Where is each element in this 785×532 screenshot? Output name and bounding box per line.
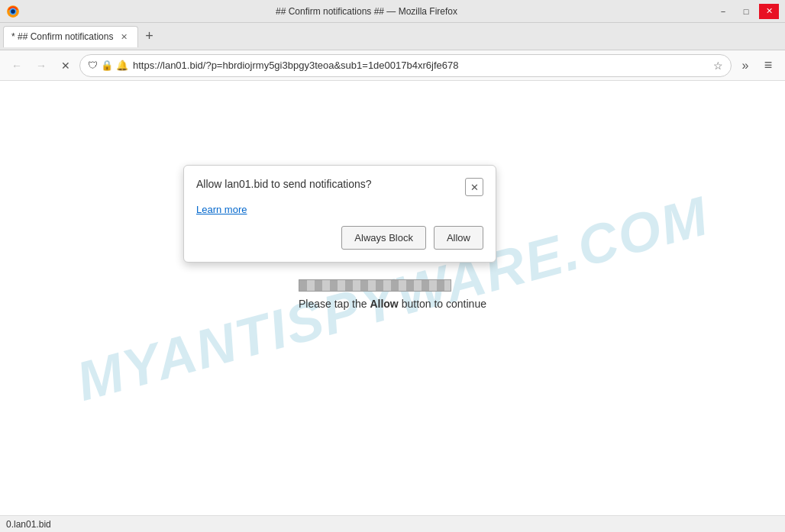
notification-permissions-icon: 🔔: [116, 60, 128, 71]
statusbar: 0.lan01.bid: [0, 515, 785, 532]
forward-button[interactable]: →: [31, 55, 52, 76]
extensions-button[interactable]: »: [735, 55, 756, 76]
menu-button[interactable]: ≡: [758, 55, 779, 76]
notification-popup: Allow lan01.bid to send notifications? ✕…: [183, 165, 496, 263]
navbar: ← → ✕ 🛡 🔒 🔔 https://lan01.bid/?p=hbrdioj…: [0, 50, 785, 81]
back-button[interactable]: ←: [6, 55, 27, 76]
svg-point-2: [11, 9, 15, 14]
address-bar[interactable]: 🛡 🔒 🔔 https://lan01.bid/?p=hbrdiojrmy5gi…: [79, 54, 732, 77]
titlebar: ## Confirm notifications ## — Mozilla Fi…: [0, 0, 785, 23]
page-content: MYANTISPYWARE.COM Please tap the Allow b…: [0, 81, 785, 515]
new-tab-button[interactable]: +: [138, 26, 160, 47]
tab-label: * ## Confirm notifications: [11, 31, 113, 42]
titlebar-title: ## Confirm notifications ## — Mozilla Fi…: [20, 6, 713, 17]
allow-button[interactable]: Allow: [434, 226, 483, 250]
always-block-button[interactable]: Always Block: [341, 226, 426, 250]
tabbar: * ## Confirm notifications ✕ +: [0, 23, 785, 50]
progress-text: Please tap the Allow button to continue: [299, 298, 486, 310]
shield-icon: 🛡: [88, 60, 98, 71]
url-text: https://lan01.bid/?p=hbrdiojrmy5gi3bpgy3…: [133, 60, 709, 71]
popup-buttons: Always Block Allow: [196, 226, 483, 250]
progress-bar-fill: [299, 280, 451, 291]
maximize-button[interactable]: □: [736, 4, 756, 19]
progress-text-bold: Allow: [370, 298, 398, 310]
bookmark-icon[interactable]: ☆: [713, 60, 723, 72]
progress-text-suffix: button to continue: [399, 298, 486, 310]
minimize-button[interactable]: −: [713, 4, 733, 19]
progress-area: Please tap the Allow button to continue: [299, 279, 486, 310]
lock-icon: 🔒: [101, 60, 113, 71]
progress-text-prefix: Please tap the: [299, 298, 370, 310]
popup-header: Allow lan01.bid to send notifications? ✕: [196, 178, 483, 196]
active-tab[interactable]: * ## Confirm notifications ✕: [3, 26, 138, 47]
tab-close-button[interactable]: ✕: [118, 31, 130, 43]
statusbar-text: 0.lan01.bid: [6, 519, 51, 530]
firefox-logo: [6, 5, 20, 18]
titlebar-controls: − □ ✕: [713, 4, 779, 19]
learn-more-link[interactable]: Learn more: [196, 204, 483, 215]
stop-button[interactable]: ✕: [55, 55, 76, 76]
close-window-button[interactable]: ✕: [759, 4, 779, 19]
popup-close-button[interactable]: ✕: [465, 178, 483, 196]
toolbar-icons: » ≡: [735, 55, 779, 76]
address-icons: 🛡 🔒 🔔: [88, 60, 128, 71]
popup-title: Allow lan01.bid to send notifications?: [196, 178, 459, 190]
progress-bar: [299, 279, 451, 292]
